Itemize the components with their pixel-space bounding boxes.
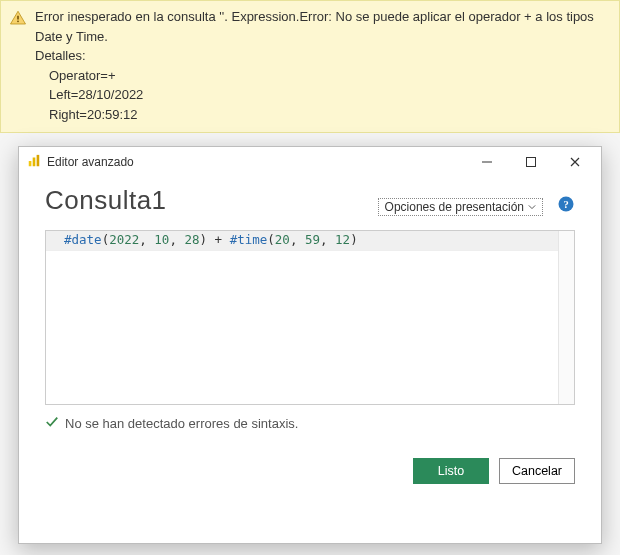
- warning-left: Left=28/10/2022: [49, 85, 611, 105]
- warning-operator: Operator=+: [49, 66, 611, 86]
- done-button-label: Listo: [438, 464, 464, 478]
- svg-rect-4: [37, 154, 40, 165]
- code-editor[interactable]: #date(2022, 10, 28) + #time(20, 59, 12): [45, 230, 575, 405]
- svg-rect-0: [17, 16, 19, 20]
- cancel-button-label: Cancelar: [512, 464, 562, 478]
- minimize-button[interactable]: [465, 147, 509, 177]
- code-gutter: [558, 231, 574, 404]
- chevron-down-icon: [528, 200, 536, 214]
- warning-banner: Error inesperado en la consulta ''. Expr…: [0, 0, 620, 133]
- syntax-status: No se han detectado errores de sintaxis.: [45, 415, 575, 432]
- maximize-button[interactable]: [509, 147, 553, 177]
- dialog-title: Editor avanzado: [47, 155, 134, 169]
- svg-rect-3: [33, 157, 36, 166]
- svg-rect-2: [29, 161, 32, 166]
- svg-rect-6: [527, 158, 536, 167]
- warning-icon: [9, 9, 29, 33]
- syntax-status-text: No se han detectado errores de sintaxis.: [65, 416, 298, 431]
- titlebar: Editor avanzado: [19, 147, 601, 177]
- svg-rect-1: [17, 21, 19, 23]
- svg-text:?: ?: [563, 199, 568, 210]
- powerbi-logo-icon: [27, 154, 41, 171]
- display-options-label: Opciones de presentación: [385, 200, 524, 214]
- close-button[interactable]: [553, 147, 597, 177]
- help-icon[interactable]: ?: [557, 195, 575, 216]
- warning-details-label: Detalles:: [35, 46, 611, 66]
- code-line-1: #date(2022, 10, 28) + #time(20, 59, 12): [64, 231, 358, 250]
- warning-message: Error inesperado en la consulta ''. Expr…: [35, 7, 611, 46]
- query-name: Consulta1: [45, 185, 378, 216]
- advanced-editor-dialog: Editor avanzado Consulta1 Opciones de pr…: [18, 146, 602, 544]
- display-options-dropdown[interactable]: Opciones de presentación: [378, 198, 543, 216]
- warning-right: Right=20:59:12: [49, 105, 611, 125]
- cancel-button[interactable]: Cancelar: [499, 458, 575, 484]
- check-icon: [45, 415, 59, 432]
- done-button[interactable]: Listo: [413, 458, 489, 484]
- svg-rect-5: [482, 162, 492, 163]
